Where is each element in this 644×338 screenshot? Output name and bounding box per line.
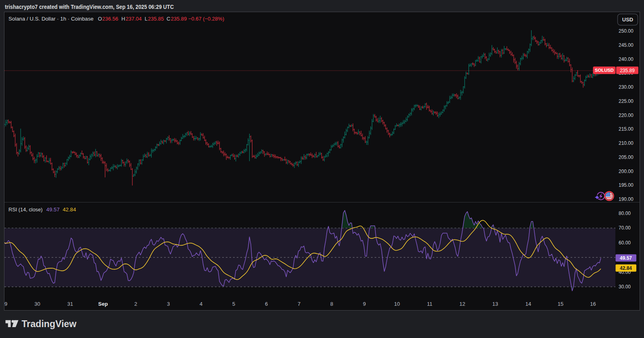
svg-text:42.84: 42.84: [620, 265, 632, 271]
svg-text:16: 16: [590, 301, 596, 307]
svg-text:195.00: 195.00: [619, 182, 634, 188]
svg-text:15: 15: [558, 301, 563, 307]
svg-text:10: 10: [394, 301, 400, 307]
svg-text:70.00: 70.00: [619, 225, 631, 231]
svg-text:210.00: 210.00: [619, 140, 634, 146]
svg-text:205.00: 205.00: [619, 154, 634, 160]
svg-text:235.89: 235.89: [620, 68, 635, 73]
svg-text:14: 14: [525, 301, 531, 307]
svg-text:225.00: 225.00: [619, 98, 634, 104]
svg-text:4: 4: [200, 301, 202, 307]
svg-text:L: L: [145, 16, 148, 22]
svg-text:49.57: 49.57: [620, 255, 632, 261]
svg-text:230.00: 230.00: [619, 84, 634, 90]
svg-text:31: 31: [67, 301, 73, 307]
svg-text:11: 11: [427, 301, 433, 307]
svg-text:235.85: 235.85: [148, 16, 164, 22]
svg-text:H: H: [121, 16, 125, 22]
svg-text:7: 7: [298, 301, 300, 307]
svg-text:Sep: Sep: [98, 301, 108, 307]
svg-text:245.00: 245.00: [619, 42, 634, 48]
svg-text:6: 6: [265, 301, 268, 307]
svg-text:190.00: 190.00: [619, 196, 634, 202]
svg-text:240.00: 240.00: [619, 56, 634, 62]
svg-text:60.00: 60.00: [619, 240, 631, 246]
svg-text:3: 3: [167, 301, 170, 307]
svg-text:12: 12: [459, 301, 465, 307]
svg-text:250.00: 250.00: [619, 28, 634, 34]
svg-text:220.00: 220.00: [619, 113, 634, 118]
svg-text:−0.67 (−0.28%): −0.67 (−0.28%): [188, 16, 224, 22]
svg-text:42.84: 42.84: [63, 207, 76, 213]
svg-text:9: 9: [363, 301, 366, 307]
svg-text:236.56: 236.56: [102, 16, 119, 22]
svg-text:235.89: 235.89: [171, 16, 187, 22]
svg-text:trishacrypto7 created with Tra: trishacrypto7 created with TradingView.c…: [5, 3, 174, 10]
svg-text:RSI (14, close): RSI (14, close): [8, 207, 43, 213]
svg-text:200.00: 200.00: [619, 169, 634, 174]
svg-text:C: C: [167, 16, 170, 22]
svg-text:237.04: 237.04: [126, 16, 142, 22]
svg-text:SOLUSD: SOLUSD: [595, 68, 614, 73]
svg-text:USD: USD: [622, 17, 633, 23]
svg-text:TradingView: TradingView: [22, 318, 77, 329]
svg-text:215.00: 215.00: [619, 126, 634, 132]
svg-text:9: 9: [4, 301, 7, 307]
svg-text:8: 8: [330, 301, 333, 307]
svg-text:30.00: 30.00: [619, 284, 631, 290]
svg-text:5: 5: [232, 301, 235, 307]
svg-text:30: 30: [34, 301, 40, 307]
svg-text:13: 13: [492, 301, 498, 307]
svg-text:O: O: [98, 16, 102, 22]
svg-text:2: 2: [134, 301, 137, 307]
svg-text:80.00: 80.00: [619, 211, 631, 216]
svg-text:49.57: 49.57: [46, 207, 60, 213]
svg-text:Solana / U.S. Dollar · 1h · Co: Solana / U.S. Dollar · 1h · Coinbase: [8, 16, 94, 22]
